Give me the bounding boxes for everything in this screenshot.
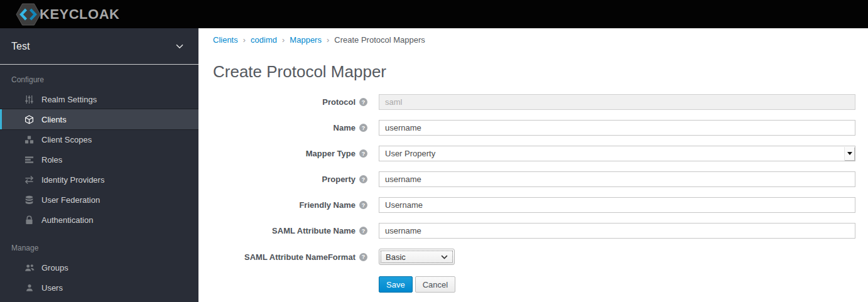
- main-content: Clients › codimd › Mappers › Create Prot…: [198, 28, 868, 302]
- breadcrumb-link-mappers[interactable]: Mappers: [290, 35, 322, 45]
- breadcrumb-current: Create Protocol Mappers: [334, 35, 425, 45]
- form-row-saml-attribute-nameformat: SAML Attribute NameFormat ? Basic: [213, 249, 855, 265]
- sidebar-item-authentication[interactable]: Authentication: [0, 210, 198, 230]
- chevron-down-icon: [176, 44, 183, 49]
- breadcrumb-link-clients[interactable]: Clients: [213, 35, 238, 45]
- help-icon[interactable]: ?: [359, 175, 367, 183]
- sidebar-item-label: Realm Settings: [41, 95, 97, 104]
- field-label-saml-attribute-name: SAML Attribute Name ?: [213, 226, 367, 235]
- saml-attribute-name-input[interactable]: [379, 223, 855, 239]
- sidebar-item-clients[interactable]: Clients: [0, 109, 198, 129]
- section-label-configure: Configure: [0, 65, 198, 89]
- form-row-mapper-type: Mapper Type ? User Property: [213, 146, 855, 161]
- sidebar-item-groups[interactable]: Groups: [0, 257, 198, 278]
- help-icon[interactable]: ?: [359, 98, 367, 106]
- field-label-mapper-type: Mapper Type ?: [213, 149, 367, 158]
- sidebar-item-client-scopes[interactable]: Client Scopes: [0, 129, 198, 149]
- database-icon: [24, 195, 35, 205]
- sidebar-item-label: Client Scopes: [41, 135, 92, 144]
- section-label-manage: Manage: [0, 230, 198, 257]
- help-icon[interactable]: ?: [359, 149, 367, 158]
- property-input[interactable]: [379, 171, 855, 187]
- brand-text: KEYCLOAK: [40, 6, 119, 23]
- friendly-name-input[interactable]: [379, 197, 855, 213]
- form-row-property: Property ?: [213, 171, 855, 187]
- nameformat-selected-value: Basic: [386, 252, 406, 262]
- top-header-bar: KEYCLOAK: [0, 0, 868, 28]
- keycloak-logo[interactable]: KEYCLOAK: [16, 3, 119, 26]
- sidebar-item-label: Roles: [41, 155, 62, 164]
- sidebar-item-label: User Federation: [41, 195, 100, 205]
- mapper-type-selected-value: User Property: [385, 149, 435, 158]
- caret-down-icon: [844, 147, 854, 160]
- save-button[interactable]: Save: [379, 276, 413, 293]
- sidebar-item-label: Authentication: [41, 215, 93, 225]
- sidebar-item-label: Groups: [41, 263, 68, 272]
- field-label-saml-attribute-nameformat: SAML Attribute NameFormat ?: [213, 252, 367, 262]
- name-input[interactable]: [379, 120, 855, 136]
- field-label-friendly-name: Friendly Name ?: [213, 200, 367, 210]
- sidebar-item-label: Users: [41, 283, 63, 293]
- help-icon[interactable]: ?: [359, 124, 367, 132]
- form-row-protocol: Protocol ?: [213, 94, 855, 110]
- sidebar-nav: Test Configure Realm Settings: [0, 28, 198, 302]
- form-row-saml-attribute-name: SAML Attribute Name ?: [213, 223, 855, 239]
- mapper-type-select[interactable]: User Property: [379, 146, 855, 161]
- breadcrumb-separator: ›: [277, 35, 290, 45]
- chevron-down-icon: [441, 255, 448, 259]
- field-label-name: Name ?: [213, 123, 367, 132]
- cube-icon: [24, 115, 35, 124]
- form-row-friendly-name: Friendly Name ?: [213, 197, 855, 213]
- sidebar-item-users[interactable]: Users: [0, 278, 198, 298]
- sidebar-item-user-federation[interactable]: User Federation: [0, 190, 198, 210]
- breadcrumb-separator: ›: [238, 35, 251, 45]
- help-icon[interactable]: ?: [359, 253, 367, 261]
- cancel-button[interactable]: Cancel: [415, 276, 455, 293]
- sliders-icon: [24, 95, 35, 104]
- help-icon[interactable]: ?: [359, 201, 367, 209]
- sidebar-section-manage: Manage Groups: [0, 230, 198, 298]
- keycloak-admin-console: KEYCLOAK Test Configure: [0, 0, 868, 302]
- exchange-arrows-icon: [24, 175, 35, 185]
- form-row-name: Name ?: [213, 120, 855, 136]
- user-icon: [24, 283, 35, 293]
- group-icon: [24, 263, 35, 272]
- breadcrumb-separator: ›: [322, 35, 334, 45]
- field-label-protocol: Protocol ?: [213, 97, 367, 107]
- keycloak-hexagon-logo-icon: [16, 3, 41, 26]
- sidebar-item-label: Clients: [41, 115, 67, 124]
- lock-icon: [24, 215, 35, 225]
- cubes-icon: [24, 135, 35, 144]
- help-icon[interactable]: ?: [359, 227, 367, 235]
- breadcrumb: Clients › codimd › Mappers › Create Prot…: [213, 35, 855, 45]
- sidebar-item-realm-settings[interactable]: Realm Settings: [0, 89, 198, 109]
- page-title: Create Protocol Mapper: [213, 63, 855, 80]
- sidebar-item-identity-providers[interactable]: Identity Providers: [0, 170, 198, 190]
- list-icon: [24, 155, 35, 164]
- breadcrumb-link-codimd[interactable]: codimd: [251, 35, 277, 45]
- field-label-property: Property ?: [213, 175, 367, 184]
- create-protocol-mapper-form: Protocol ? Name ?: [213, 94, 855, 293]
- saml-attribute-nameformat-select[interactable]: Basic: [379, 249, 455, 265]
- sidebar-item-label: Identity Providers: [41, 175, 104, 185]
- sidebar-item-roles[interactable]: Roles: [0, 149, 198, 170]
- protocol-input: [379, 94, 855, 110]
- sidebar-section-configure: Configure Realm Settings: [0, 65, 198, 230]
- form-row-buttons: Save Cancel: [213, 265, 855, 293]
- realm-selector[interactable]: Test: [0, 28, 198, 65]
- realm-name: Test: [11, 41, 30, 52]
